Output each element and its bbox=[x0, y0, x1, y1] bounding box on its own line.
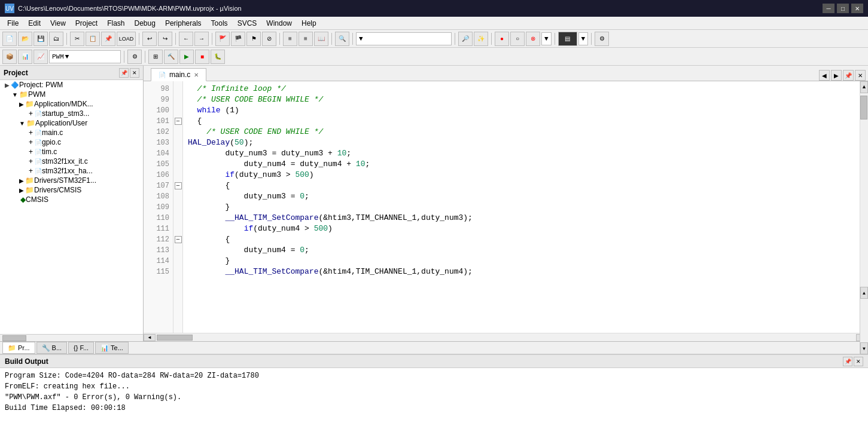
scroll-up[interactable]: ▲ bbox=[860, 81, 868, 93]
settings-button[interactable]: ⚙ bbox=[595, 32, 609, 46]
build-close-button[interactable]: ✕ bbox=[854, 357, 863, 366]
tree-stm32-ha[interactable]: + 📄 stm32f1xx_ha... bbox=[0, 166, 143, 176]
tree-tim-c[interactable]: + 📄 tim.c bbox=[0, 147, 143, 157]
view-btn[interactable]: ▤ bbox=[558, 32, 577, 46]
cut-button[interactable]: ✂ bbox=[70, 32, 84, 46]
ext2-button[interactable]: 📈 bbox=[33, 50, 48, 64]
manage-button[interactable]: ⚙ bbox=[127, 50, 142, 64]
tdbg-button[interactable]: 🐛 bbox=[211, 50, 225, 64]
tree-app-mdk[interactable]: ▶ 📁 Application/MDK... bbox=[0, 99, 143, 109]
new-file-button[interactable]: 📄 bbox=[2, 32, 17, 46]
tab-close-editor[interactable]: ✕ bbox=[855, 70, 866, 81]
ext1-button[interactable]: 📊 bbox=[18, 50, 32, 64]
menu-edit[interactable]: Edit bbox=[23, 18, 45, 29]
project-hscroll[interactable] bbox=[0, 334, 143, 341]
run-dropdown[interactable]: ▼ bbox=[541, 32, 552, 45]
book-button[interactable]: 📖 bbox=[314, 32, 328, 46]
search-button[interactable]: 🔍 bbox=[335, 32, 349, 46]
fold-112-marker[interactable]: ─ bbox=[175, 236, 182, 243]
tab-scroll-left[interactable]: ◀ bbox=[819, 70, 830, 81]
tab-scroll-right[interactable]: ▶ bbox=[831, 70, 842, 81]
tgrid-button[interactable]: ⊞ bbox=[148, 50, 163, 64]
copy-button[interactable]: 📋 bbox=[86, 32, 100, 46]
tab-pin[interactable]: 📌 bbox=[843, 70, 854, 81]
menu-help[interactable]: Help bbox=[297, 18, 321, 29]
bottom-tab-templates[interactable]: 📊 Te... bbox=[95, 342, 129, 354]
hscroll-track bbox=[156, 335, 856, 341]
tree-project-root[interactable]: ▶ 🔷 Project: PWM bbox=[0, 80, 143, 90]
redo-button[interactable]: ↪ bbox=[158, 32, 172, 46]
build-scroll-up[interactable]: ▲ bbox=[860, 287, 868, 299]
project-close-button[interactable]: ✕ bbox=[130, 68, 139, 78]
save-button[interactable]: 💾 bbox=[33, 32, 48, 46]
close-button[interactable]: ✕ bbox=[851, 4, 863, 13]
view-dropdown[interactable]: ▼ bbox=[578, 32, 589, 45]
forward-button[interactable]: → bbox=[194, 32, 209, 46]
tree-app-user[interactable]: ▼ 📁 Application/User bbox=[0, 118, 143, 128]
fold-101-marker[interactable]: ─ bbox=[175, 118, 182, 125]
tree-drivers-stm[interactable]: ▶ 📁 Drivers/STM32F1... bbox=[0, 176, 143, 185]
target-dropdown[interactable]: PWM ▼ bbox=[49, 50, 121, 63]
menu-window[interactable]: Window bbox=[261, 18, 297, 29]
code-content[interactable]: /* Infinite loop */ /* USER CODE BEGIN W… bbox=[183, 81, 860, 333]
pack-button[interactable]: 📦 bbox=[2, 50, 17, 64]
tree-stm32-it[interactable]: + 📄 stm32f1xx_it.c bbox=[0, 157, 143, 166]
fold-107[interactable]: ─ bbox=[173, 180, 182, 191]
tab-close-button[interactable]: ✕ bbox=[194, 72, 199, 78]
back-button[interactable]: ← bbox=[179, 32, 193, 46]
open-button[interactable]: 📂 bbox=[18, 32, 32, 46]
editor-hscroll[interactable]: ◀ ▶ bbox=[144, 333, 868, 341]
run3-button[interactable]: ⊗ bbox=[526, 32, 540, 46]
bkpt2-button[interactable]: 🏴 bbox=[231, 32, 245, 46]
menu-file[interactable]: File bbox=[2, 18, 23, 29]
undo-button[interactable]: ↩ bbox=[142, 32, 157, 46]
menu-peripherals[interactable]: Peripherals bbox=[160, 18, 206, 29]
project-hscroll-thumb[interactable] bbox=[2, 335, 26, 341]
paste-button[interactable]: 📌 bbox=[101, 32, 115, 46]
tree-cmsis[interactable]: ◆ CMSIS bbox=[0, 195, 143, 204]
bkpt4-button[interactable]: ⊘ bbox=[262, 32, 276, 46]
unindent-button[interactable]: ≡ bbox=[299, 32, 313, 46]
tab-main-c[interactable]: 📄 main.c ✕ bbox=[151, 68, 206, 81]
bottom-tab-functions[interactable]: {} F... bbox=[68, 342, 94, 354]
bkpt3-button[interactable]: ⚑ bbox=[246, 32, 261, 46]
indent-button[interactable]: ≡ bbox=[283, 32, 297, 46]
tree-drivers-cmsis[interactable]: ▶ 📁 Drivers/CMSIS bbox=[0, 185, 143, 195]
menu-debug[interactable]: Debug bbox=[130, 18, 160, 29]
build-pin-button[interactable]: 📌 bbox=[843, 357, 852, 366]
maximize-button[interactable]: □ bbox=[837, 4, 849, 13]
fold-107-marker[interactable]: ─ bbox=[175, 182, 182, 189]
fold-112[interactable]: ─ bbox=[173, 234, 182, 245]
minimize-button[interactable]: ─ bbox=[823, 4, 835, 13]
hscroll-thumb[interactable] bbox=[157, 335, 193, 341]
menu-flash[interactable]: Flash bbox=[102, 18, 129, 29]
tree-startup[interactable]: + 📄 startup_stm3... bbox=[0, 109, 143, 118]
menu-project[interactable]: Project bbox=[71, 18, 102, 29]
save-all-button[interactable]: 🗂 bbox=[49, 32, 63, 46]
tstop-button[interactable]: ■ bbox=[195, 50, 209, 64]
tcomp-button[interactable]: 🔨 bbox=[164, 50, 178, 64]
run-button[interactable]: ● bbox=[495, 32, 509, 46]
tree-gpio-c[interactable]: + 📄 gpio.c bbox=[0, 137, 143, 147]
hscroll-left[interactable]: ◀ bbox=[144, 334, 156, 341]
config-dropdown[interactable]: ▼ bbox=[356, 32, 452, 45]
scroll-thumb[interactable] bbox=[860, 96, 867, 120]
bottom-tab-build[interactable]: 🔧 B... bbox=[36, 342, 68, 354]
menu-view[interactable]: View bbox=[45, 18, 71, 29]
bkpt-button[interactable]: 🚩 bbox=[215, 32, 230, 46]
menu-svcs[interactable]: SVCS bbox=[233, 18, 262, 29]
build-scroll-down[interactable]: ▼ bbox=[860, 342, 868, 354]
build-vscroll[interactable]: ▲ ▼ bbox=[860, 287, 868, 354]
inspector-button[interactable]: 🔎 bbox=[458, 32, 473, 46]
run2-button[interactable]: ○ bbox=[510, 32, 525, 46]
menu-tools[interactable]: Tools bbox=[206, 18, 233, 29]
tree-pwm[interactable]: ▼ 📁 PWM bbox=[0, 90, 143, 99]
magic-button[interactable]: ✨ bbox=[474, 32, 488, 46]
trun-button[interactable]: ▶ bbox=[179, 50, 194, 64]
bottom-tab-project[interactable]: 📁 Pr... bbox=[2, 342, 35, 354]
fold-101[interactable]: ─ bbox=[173, 116, 182, 127]
tree-main-c[interactable]: + 📄 main.c bbox=[0, 128, 143, 137]
project-pin-button[interactable]: 📌 bbox=[119, 68, 129, 78]
load-button[interactable]: LOAD bbox=[117, 32, 136, 46]
tab-controls: ◀ ▶ 📌 ✕ bbox=[819, 70, 866, 81]
